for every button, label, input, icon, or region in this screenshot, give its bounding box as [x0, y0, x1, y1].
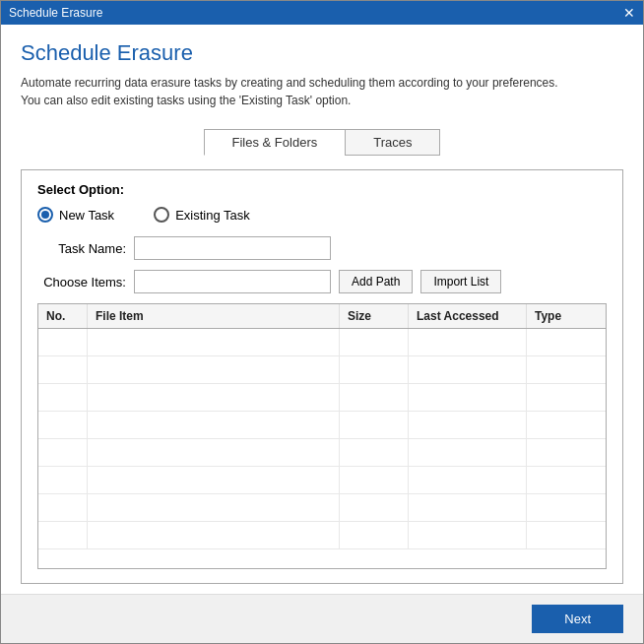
main-panel: Select Option: New Task Existing Task Ta…	[21, 169, 623, 584]
task-name-input[interactable]	[134, 236, 331, 260]
table-header: No. File Item Size Last Accessed Type	[38, 304, 606, 329]
radio-existing-task-label: Existing Task	[175, 208, 250, 223]
radio-existing-task-circle	[154, 207, 169, 223]
col-size: Size	[340, 304, 409, 328]
import-list-button[interactable]: Import List	[420, 270, 501, 293]
table-row	[38, 439, 606, 467]
table-row	[38, 356, 606, 384]
window-title: Schedule Erasure	[9, 6, 102, 20]
radio-new-task[interactable]: New Task	[37, 207, 114, 223]
table-row	[38, 329, 606, 356]
description: Automate recurring data erasure tasks by…	[21, 74, 623, 109]
col-type: Type	[527, 304, 606, 328]
description-line2: You can also edit existing tasks using t…	[21, 94, 351, 107]
select-option-label: Select Option:	[37, 182, 607, 197]
description-line1: Automate recurring data erasure tasks by…	[21, 76, 558, 90]
tab-traces[interactable]: Traces	[345, 129, 440, 156]
table-body	[38, 329, 606, 568]
page-title: Schedule Erasure	[21, 40, 623, 66]
table-row	[38, 522, 606, 549]
tab-files-folders[interactable]: Files & Folders	[204, 129, 346, 156]
choose-items-input[interactable]	[134, 270, 331, 293]
table-row	[38, 467, 606, 494]
choose-items-row: Choose Items: Add Path Import List	[37, 270, 607, 293]
col-file-item: File Item	[88, 304, 340, 328]
table-row	[38, 412, 606, 439]
table-row	[38, 384, 606, 412]
footer: Next	[1, 594, 643, 643]
task-name-row: Task Name:	[37, 236, 607, 260]
choose-items-label: Choose Items:	[37, 275, 126, 290]
col-no: No.	[38, 304, 88, 328]
radio-existing-task[interactable]: Existing Task	[154, 207, 250, 223]
next-button[interactable]: Next	[532, 605, 623, 633]
radio-new-task-circle	[37, 207, 53, 223]
radio-group: New Task Existing Task	[37, 207, 607, 223]
window: Schedule Erasure ✕ Schedule Erasure Auto…	[0, 0, 644, 644]
task-name-label: Task Name:	[37, 241, 126, 256]
table-row	[38, 494, 606, 522]
tabs-row: Files & Folders Traces	[21, 129, 623, 156]
col-last-accessed: Last Accessed	[409, 304, 527, 328]
file-table: No. File Item Size Last Accessed Type	[37, 303, 607, 569]
main-content: Schedule Erasure Automate recurring data…	[1, 25, 643, 594]
close-button[interactable]: ✕	[623, 6, 635, 20]
titlebar: Schedule Erasure ✕	[1, 1, 643, 25]
add-path-button[interactable]: Add Path	[339, 270, 413, 293]
radio-new-task-label: New Task	[59, 208, 114, 223]
